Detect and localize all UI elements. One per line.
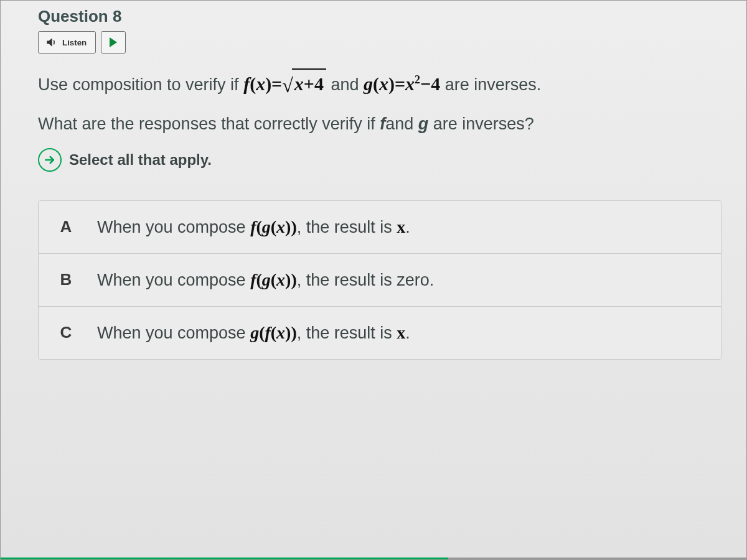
option-text: When you compose g(f(x)), the result is … xyxy=(97,323,410,343)
option-pre: When you compose xyxy=(97,271,250,289)
options-list: A When you compose f(g(x)), the result i… xyxy=(38,200,721,360)
option-expr: g(f(x)) xyxy=(250,323,297,342)
instruction-row: Select all that apply. xyxy=(38,148,721,172)
question-page: Question 8 Listen Use composition to ver… xyxy=(0,0,747,560)
audio-controls: Listen xyxy=(38,31,721,54)
option-letter: A xyxy=(57,217,75,236)
option-period: . xyxy=(405,324,410,342)
option-post: , the result is xyxy=(297,218,397,236)
option-letter: C xyxy=(57,323,75,342)
listen-label: Listen xyxy=(62,38,87,47)
option-pre: When you compose xyxy=(97,324,250,342)
option-b[interactable]: B When you compose f(g(x)), the result i… xyxy=(39,253,721,306)
option-text: When you compose f(g(x)), the result is … xyxy=(97,270,434,290)
prompt-text: and xyxy=(331,75,364,94)
var-g: g xyxy=(418,114,429,133)
option-expr: f(g(x)) xyxy=(250,270,297,289)
instruction-text: Select all that apply. xyxy=(69,151,212,169)
option-text: When you compose f(g(x)), the result is … xyxy=(97,217,410,237)
option-tail: x xyxy=(397,323,405,342)
play-button[interactable] xyxy=(101,31,126,54)
var-f: f xyxy=(380,114,385,133)
listen-button[interactable]: Listen xyxy=(38,31,96,54)
prompt-text: are inverses? xyxy=(428,114,534,133)
expression-g: g(x)=x2−4 xyxy=(364,73,445,94)
option-period: . xyxy=(405,218,410,236)
question-title: Question 8 xyxy=(38,1,721,26)
prompt-text: Use composition to verify if xyxy=(38,75,243,94)
option-letter: B xyxy=(57,270,75,289)
option-post: , the result is xyxy=(297,324,397,342)
option-pre: When you compose xyxy=(97,218,250,236)
play-icon xyxy=(110,37,117,47)
option-c[interactable]: C When you compose g(f(x)), the result i… xyxy=(39,306,721,359)
option-tail: x xyxy=(397,217,405,236)
prompt-text: What are the responses that correctly ve… xyxy=(38,114,380,133)
speaker-icon xyxy=(45,36,57,49)
option-a[interactable]: A When you compose f(g(x)), the result i… xyxy=(39,201,721,253)
option-expr: f(g(x)) xyxy=(250,217,297,236)
prompt-line-2: What are the responses that correctly ve… xyxy=(38,111,721,137)
prompt-text: are inverses. xyxy=(445,75,542,94)
option-post: , the result is zero. xyxy=(297,271,435,289)
prompt-line-1: Use composition to verify if f(x)=√x+4 a… xyxy=(38,68,721,100)
prompt-text: and xyxy=(385,114,418,133)
expression-f: f(x)=√x+4 xyxy=(243,73,331,94)
arrow-icon xyxy=(38,148,62,172)
